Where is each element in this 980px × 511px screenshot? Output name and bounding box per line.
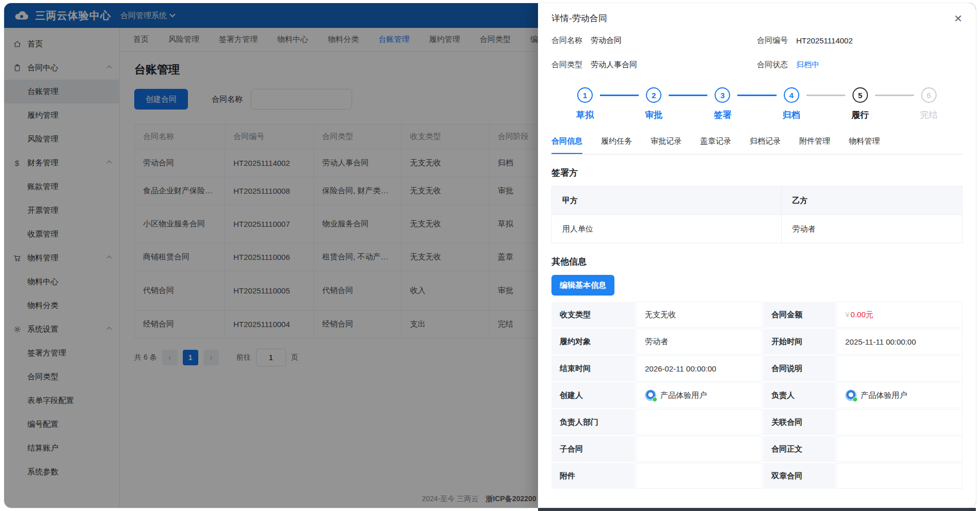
step-label: 草拟 <box>576 109 594 121</box>
currency-symbol: ¥ <box>845 310 849 319</box>
contract-summary: 合同名称 劳动合同 合同编号 HT20251114002 合同类型 劳动人事合同… <box>551 36 962 70</box>
field-label: 履约对象 <box>551 329 635 354</box>
field-label: 结束时间 <box>551 355 635 381</box>
field-value-creator: 产品体验用户 <box>636 382 762 408</box>
field-value-owner: 产品体验用户 <box>836 382 962 408</box>
field-label: 收支类型 <box>551 302 635 328</box>
summary-contract-status: 合同状态 归档中 <box>757 60 962 70</box>
drawer-title: 详情-劳动合同 <box>551 12 607 24</box>
step-label: 审批 <box>645 109 662 121</box>
step-label: 归档 <box>783 109 800 121</box>
step-connector <box>669 95 707 96</box>
col-party-b: 乙方 <box>782 187 962 215</box>
field-value <box>636 409 762 435</box>
step-label: 履行 <box>851 109 869 121</box>
drawer-tabs: 合同信息 履约任务 审批记录 盖章记录 归档记录 附件管理 物料管理 <box>551 136 962 154</box>
field-label: 合同正文 <box>763 436 835 462</box>
summary-contract-no: 合同编号 HT20251114002 <box>757 36 962 45</box>
tab-performance-tasks[interactable]: 履约任务 <box>601 136 632 154</box>
tab-archive-records[interactable]: 归档记录 <box>750 136 781 154</box>
field-label: 子合同 <box>551 436 635 462</box>
field-label: 创建人 <box>551 382 635 408</box>
field-value <box>836 436 962 462</box>
field-label: 负责人部门 <box>551 409 635 435</box>
field-label: 负责人 <box>763 382 835 408</box>
user-name: 产品体验用户 <box>861 391 907 400</box>
field-value <box>636 436 762 462</box>
field-value: 2026-02-11 00:00:00 <box>636 355 762 381</box>
step-performance: 5 履行 <box>845 87 875 121</box>
field-label: 开始时间 <box>763 329 835 354</box>
summary-contract-name: 合同名称 劳动合同 <box>551 36 757 45</box>
step-approval: 2 审批 <box>639 87 669 121</box>
tab-seal-records[interactable]: 盖章记录 <box>700 136 731 154</box>
field-label: 合同金额 <box>763 302 835 328</box>
step-label: 完结 <box>920 109 938 121</box>
step-number: 2 <box>646 87 661 103</box>
summary-value: 劳动合同 <box>591 36 622 45</box>
tab-attachments[interactable]: 附件管理 <box>799 136 830 154</box>
other-info-section-title: 其他信息 <box>551 256 962 268</box>
window-bottom-edge <box>538 508 976 511</box>
signers-section-title: 签署方 <box>551 167 962 179</box>
field-value: 2025-11-11 00:00:00 <box>836 329 962 354</box>
step-number: 1 <box>577 87 593 103</box>
signers-row: 用人单位 劳动者 <box>552 215 962 243</box>
field-value <box>836 409 962 435</box>
signers-header-row: 甲方 乙方 <box>552 187 962 215</box>
step-connector <box>600 95 639 96</box>
tab-contract-info[interactable]: 合同信息 <box>551 136 582 154</box>
step-completion: 6 完结 <box>914 87 944 121</box>
drawer-header: 详情-劳动合同 ✕ <box>538 3 976 24</box>
contract-detail-drawer: 详情-劳动合同 ✕ 合同名称 劳动合同 合同编号 HT20251114002 合… <box>538 3 976 508</box>
field-label: 双章合同 <box>763 463 835 489</box>
summary-value: 劳动人事合同 <box>591 60 637 70</box>
summary-label: 合同状态 <box>757 60 788 70</box>
field-value: 无支无收 <box>636 302 762 328</box>
step-archive: 4 归档 <box>777 87 807 121</box>
contract-progress-steps: 1 草拟 2 审批 3 签署 4 归档 5 履行 <box>570 87 944 121</box>
step-number: 4 <box>784 87 799 103</box>
user-avatar <box>645 390 656 401</box>
summary-contract-type: 合同类型 劳动人事合同 <box>551 60 757 70</box>
summary-label: 合同编号 <box>757 36 788 45</box>
step-connector <box>807 95 845 96</box>
cell-party-b: 劳动者 <box>782 215 962 243</box>
amount-value: 0.00 <box>850 310 865 319</box>
step-number: 3 <box>715 87 730 103</box>
col-party-a: 甲方 <box>552 187 782 215</box>
field-value <box>636 463 762 489</box>
tab-approval-records[interactable]: 审批记录 <box>651 136 682 154</box>
field-value <box>836 463 962 489</box>
user-avatar <box>845 390 857 401</box>
field-label: 附件 <box>551 463 635 489</box>
close-icon[interactable]: ✕ <box>954 13 962 24</box>
field-label: 关联合同 <box>763 409 835 435</box>
app-window: 三两云体验中心 合同管理系统 首页 合同中心 台账管理 履约管理 <box>4 3 976 508</box>
step-connector <box>737 95 776 96</box>
summary-label: 合同类型 <box>551 60 582 70</box>
other-info-grid: 收支类型 无支无收 合同金额 ¥0.00元 履约对象 劳动者 开始时间 2025… <box>551 302 962 489</box>
signers-table: 甲方 乙方 用人单位 劳动者 <box>551 186 962 243</box>
step-number: 6 <box>921 87 937 103</box>
edit-basic-info-button[interactable]: 编辑基本信息 <box>551 275 614 296</box>
cell-party-a: 用人单位 <box>552 215 782 243</box>
tab-materials[interactable]: 物料管理 <box>849 136 880 154</box>
step-signing: 3 签署 <box>707 87 737 121</box>
field-value: 劳动者 <box>636 329 762 354</box>
step-draft: 1 草拟 <box>570 87 600 121</box>
step-connector <box>875 95 914 96</box>
user-name: 产品体验用户 <box>660 391 707 400</box>
field-value-amount: ¥0.00元 <box>836 302 962 328</box>
summary-value: HT20251114002 <box>796 36 853 45</box>
field-label: 合同说明 <box>763 355 835 381</box>
step-number: 5 <box>852 87 868 103</box>
step-label: 签署 <box>714 109 731 121</box>
currency-unit: 元 <box>866 310 874 319</box>
field-value <box>836 355 962 381</box>
summary-label: 合同名称 <box>551 36 582 45</box>
status-badge: 归档中 <box>796 60 819 70</box>
